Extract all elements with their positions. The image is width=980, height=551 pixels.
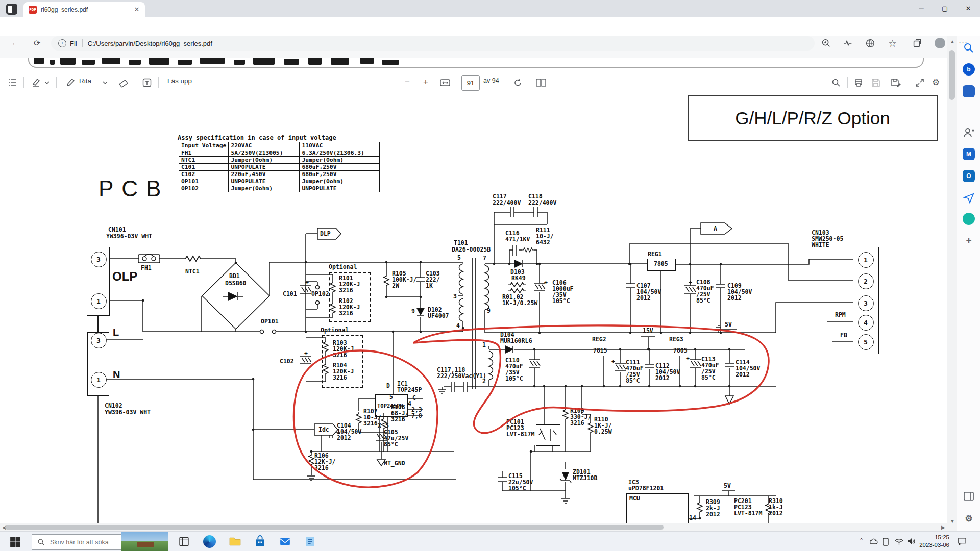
page-view-icon[interactable] (535, 77, 547, 88)
fit-width-icon[interactable] (439, 77, 451, 88)
translate-icon[interactable] (865, 38, 876, 49)
url-divider (82, 39, 83, 47)
more-menu-icon[interactable]: ··· (959, 38, 970, 49)
search-icon[interactable] (831, 77, 841, 88)
horizontal-scroll-thumb[interactable] (5, 525, 664, 530)
address-bar: ← ⟳ i Fil C:/Users/parvin/Desktop/rl60gg… (0, 17, 980, 36)
zoom-indicator-icon[interactable] (821, 38, 832, 49)
red-circle-annotation-2 (413, 325, 769, 433)
save-icon[interactable] (871, 77, 881, 88)
url-text[interactable]: C:/Users/parvin/Desktop/rl60gg_series.pd… (88, 40, 212, 47)
sidebar-panel-icon[interactable] (963, 490, 975, 503)
outlook-icon[interactable]: O (963, 170, 975, 182)
draw-label[interactable]: Rita (79, 77, 91, 88)
tab-title: rl60gg_series.pdf (41, 6, 133, 13)
notification-center-icon[interactable] (958, 537, 967, 545)
scroll-down-arrow[interactable]: ▼ (950, 518, 955, 524)
onedrive-tray-icon[interactable] (869, 538, 878, 545)
page-info-icon[interactable]: i (58, 39, 66, 47)
fullscreen-icon[interactable] (915, 77, 925, 88)
task-view-button[interactable] (178, 535, 190, 548)
phone-tray-icon[interactable] (883, 538, 889, 546)
browser-essentials-icon[interactable] (842, 38, 853, 49)
toc-icon[interactable] (7, 77, 17, 88)
chevron-down-icon[interactable] (44, 77, 50, 88)
app-taskbar-icon[interactable] (304, 535, 316, 548)
back-icon[interactable]: ← (11, 38, 19, 47)
zoom-out-icon[interactable]: − (405, 77, 410, 88)
explorer-taskbar-icon[interactable] (229, 535, 241, 548)
tray-chevron-icon[interactable]: ⌃ (859, 537, 864, 544)
fil-label: Fil (70, 40, 77, 47)
eraser-icon[interactable] (118, 77, 129, 88)
zoom-in-icon[interactable]: + (423, 77, 428, 88)
favorites-star-icon[interactable]: ☆ (888, 38, 899, 49)
minimize-button[interactable]: ─ (910, 0, 933, 16)
clock-date: 2023-03-06 (918, 541, 949, 549)
close-button[interactable]: ✕ (957, 0, 980, 16)
taskbar: ⌃ 15:25 2023-03-06 (0, 531, 980, 551)
tab-close-icon[interactable]: ✕ (133, 6, 141, 14)
title-bar: ─ ▢ ✕ (0, 0, 980, 17)
collections-icon[interactable] (912, 38, 923, 49)
drop-icon[interactable] (963, 192, 975, 204)
start-button[interactable] (9, 535, 21, 548)
chevron-down-icon[interactable] (102, 77, 108, 88)
m365-icon[interactable]: M (963, 148, 975, 160)
taskbar-search-input[interactable] (49, 538, 117, 546)
page-number-input[interactable] (461, 75, 480, 91)
taskbar-search-icon (37, 538, 45, 546)
add-profile-icon[interactable] (963, 127, 975, 139)
clock[interactable]: 15:25 2023-03-06 (918, 534, 949, 549)
store-taskbar-icon[interactable] (254, 535, 266, 548)
clock-time: 15:25 (918, 534, 949, 541)
scroll-up-arrow[interactable]: ▲ (950, 39, 955, 44)
rotate-icon[interactable] (513, 77, 523, 88)
pdf-favicon: PDF (29, 6, 37, 14)
url-field[interactable]: i Fil C:/Users/parvin/Desktop/rl60gg_ser… (51, 36, 815, 51)
refresh-icon[interactable]: ⟳ (34, 38, 40, 48)
tools-icon[interactable] (963, 213, 975, 225)
add-text-icon[interactable] (142, 77, 152, 88)
save-as-icon[interactable] (890, 77, 901, 88)
scroll-right-arrow[interactable]: ▶ (941, 524, 945, 530)
browser-tab[interactable]: PDF rl60gg_series.pdf ✕ (23, 2, 145, 17)
red-circle-annotation-1 (293, 350, 437, 487)
volume-tray-icon[interactable] (908, 538, 916, 545)
bing-discover-icon[interactable]: b (963, 63, 975, 76)
draw-pen-icon[interactable] (65, 77, 76, 88)
pdf-settings-gear-icon[interactable]: ⚙ (932, 77, 940, 88)
mail-taskbar-icon[interactable] (279, 535, 291, 548)
news-widget-thumbnail[interactable] (121, 532, 168, 551)
network-tray-icon[interactable] (895, 538, 903, 545)
add-apps-plus-icon[interactable]: + (963, 234, 975, 246)
shopping-icon[interactable] (963, 85, 975, 97)
workspaces-icon[interactable] (6, 4, 17, 15)
print-icon[interactable] (853, 77, 864, 88)
maximize-button[interactable]: ▢ (933, 0, 957, 16)
highlighter-icon[interactable] (31, 77, 41, 88)
vertical-scroll-thumb[interactable] (949, 50, 955, 100)
page-count: av 94 (483, 77, 499, 88)
sidebar-settings-gear-icon[interactable]: ⚙ (963, 512, 975, 524)
vertical-scrollbar[interactable]: ▲ ▼ (947, 36, 957, 531)
horizontal-scrollbar[interactable]: ◀ ▶ (0, 523, 947, 531)
profile-avatar[interactable] (935, 38, 946, 49)
taskbar-search[interactable] (32, 534, 122, 550)
edge-taskbar-icon[interactable] (203, 535, 216, 548)
read-aloud-button[interactable]: Läs upp (167, 77, 192, 88)
edge-sidebar: b M O + ⚙ (957, 36, 980, 531)
